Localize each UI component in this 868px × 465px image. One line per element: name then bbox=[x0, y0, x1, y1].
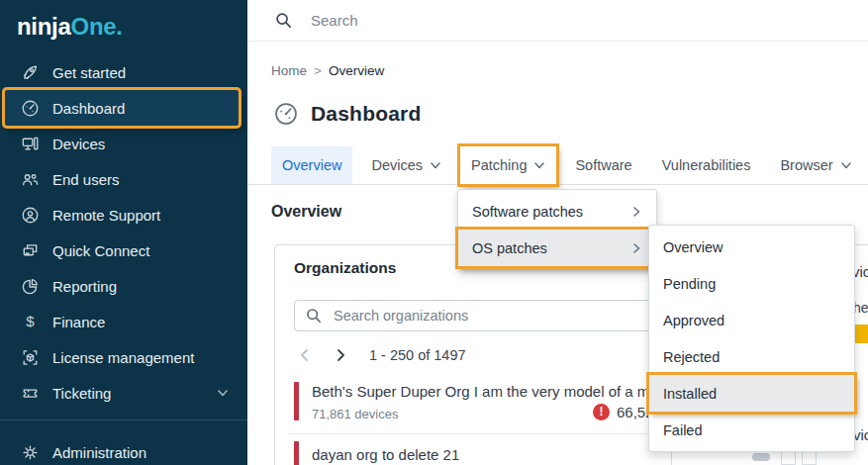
sidebar-item-label: Quick Connect bbox=[52, 242, 149, 259]
organizations-panel: Organizations 1 - 250 of 1497 Beth's Sup… bbox=[274, 244, 672, 465]
submenu-item-approved[interactable]: Approved bbox=[649, 302, 854, 338]
org-row-name[interactable]: dayan org to delete 21 bbox=[312, 446, 459, 463]
sidebar-nav: Get started Dashboard Devices bbox=[0, 54, 247, 411]
organizations-search-input[interactable] bbox=[332, 307, 639, 325]
sidebar-item-dashboard[interactable]: Dashboard bbox=[5, 90, 239, 126]
sidebar-item-quick-connect[interactable]: Quick Connect bbox=[5, 232, 239, 268]
tab-browser[interactable]: Browser bbox=[769, 146, 862, 184]
alert-badge-icon: ! bbox=[593, 404, 610, 420]
tab-label: Devices bbox=[371, 157, 423, 173]
sidebar-item-label: Finance bbox=[52, 314, 105, 330]
reporting-pie-icon bbox=[21, 277, 40, 296]
menu-item-label: Failed bbox=[663, 422, 840, 438]
submenu-item-pending[interactable]: Pending bbox=[649, 265, 854, 302]
organizations-search-box bbox=[294, 300, 651, 331]
menu-item-label: Software patches bbox=[472, 204, 630, 220]
tab-bar: Overview Devices Patching Software Vulne… bbox=[271, 146, 863, 184]
org-row-status-bar bbox=[294, 382, 299, 420]
sidebar-item-label: Remote Support bbox=[52, 207, 160, 224]
breadcrumb-current: Overview bbox=[329, 63, 384, 78]
topbar bbox=[247, 0, 868, 42]
menu-item-os-patches[interactable]: OS patches bbox=[458, 230, 656, 266]
rocket-icon bbox=[21, 63, 40, 82]
submenu-item-overview[interactable]: Overview bbox=[649, 229, 854, 265]
tabs-underline bbox=[247, 184, 868, 185]
chevron-down-icon bbox=[533, 159, 545, 171]
breadcrumb-separator: > bbox=[314, 63, 322, 78]
sidebar-item-administration[interactable]: Administration bbox=[5, 434, 239, 465]
quick-connect-icon bbox=[21, 241, 40, 260]
tab-label: Patching bbox=[471, 157, 527, 173]
pagination-prev-icon[interactable] bbox=[298, 348, 312, 362]
gear-icon bbox=[21, 443, 40, 462]
menu-item-software-patches[interactable]: Software patches bbox=[458, 193, 656, 230]
pagination-next-icon[interactable] bbox=[334, 348, 347, 362]
submenu-item-rejected[interactable]: Rejected bbox=[649, 338, 854, 375]
remote-support-icon bbox=[21, 206, 40, 225]
organizations-title: Organizations bbox=[294, 259, 396, 277]
tab-devices[interactable]: Devices bbox=[360, 146, 452, 184]
ninjaone-dashboard: ninjaOne. Get started Dashb bbox=[0, 0, 868, 465]
chevron-right-icon bbox=[630, 206, 642, 218]
ninjaone-logo: ninjaOne. bbox=[17, 13, 123, 41]
finance-dollar-icon: $ bbox=[21, 313, 40, 331]
sidebar-item-label: End users bbox=[52, 171, 120, 188]
tab-overview[interactable]: Overview bbox=[271, 146, 352, 184]
pagination: 1 - 250 of 1497 bbox=[298, 347, 466, 363]
submenu-item-failed[interactable]: Failed bbox=[649, 412, 854, 448]
sidebar: ninjaOne. Get started Dashb bbox=[0, 0, 247, 465]
sidebar-item-reporting[interactable]: Reporting bbox=[5, 268, 239, 304]
tab-label: Browser bbox=[780, 157, 832, 173]
section-heading: Overview bbox=[271, 203, 341, 221]
org-row-divider bbox=[288, 433, 654, 434]
sidebar-item-get-started[interactable]: Get started bbox=[5, 54, 239, 90]
submenu-item-installed[interactable]: Installed bbox=[649, 375, 854, 412]
global-search-input[interactable] bbox=[309, 11, 629, 30]
sidebar-item-label: Devices bbox=[52, 136, 105, 152]
tab-vulnerabilities[interactable]: Vulnerabilities bbox=[651, 146, 762, 184]
chevron-down-icon bbox=[217, 387, 229, 399]
tab-software[interactable]: Software bbox=[564, 146, 642, 184]
tab-label: Vulnerabilities bbox=[662, 157, 751, 173]
patching-dropdown-menu: Software patches OS patches bbox=[457, 189, 657, 270]
org-row-device-count: 71,861 devices bbox=[312, 407, 398, 421]
search-icon bbox=[275, 12, 292, 29]
sidebar-item-label: Reporting bbox=[52, 278, 117, 295]
breadcrumb: Home > Overview bbox=[271, 63, 384, 78]
search-icon bbox=[306, 308, 322, 324]
sidebar-item-label: Ticketing bbox=[52, 385, 111, 402]
sidebar-item-label: Get started bbox=[52, 64, 126, 81]
logo-text-one: One. bbox=[71, 13, 123, 40]
sidebar-item-label: Dashboard bbox=[52, 100, 125, 117]
pagination-range: 1 - 250 of 1497 bbox=[369, 347, 466, 363]
devices-icon bbox=[21, 135, 40, 153]
breadcrumb-home[interactable]: Home bbox=[271, 63, 307, 78]
sidebar-item-label: License management bbox=[52, 349, 194, 366]
background-text-fragment: vic bbox=[853, 426, 868, 443]
sidebar-item-end-users[interactable]: End users bbox=[5, 161, 239, 197]
org-row-name[interactable]: Beth's Super Duper Org I am the very mod… bbox=[312, 383, 658, 400]
org-row-status-bar bbox=[294, 441, 299, 465]
sidebar-footer: Administration bbox=[0, 434, 247, 465]
logo-text-ninja: ninja bbox=[17, 13, 71, 40]
menu-item-label: Approved bbox=[663, 313, 840, 328]
tab-label: Software bbox=[575, 157, 631, 173]
sidebar-item-finance[interactable]: $ Finance bbox=[5, 304, 239, 339]
sidebar-item-remote-support[interactable]: Remote Support bbox=[5, 197, 239, 232]
sidebar-divider bbox=[0, 419, 247, 420]
sidebar-item-ticketing[interactable]: Ticketing bbox=[5, 375, 239, 411]
sidebar-item-label: Administration bbox=[52, 444, 146, 461]
menu-item-label: Rejected bbox=[663, 349, 840, 365]
page-title-text: Dashboard bbox=[311, 102, 422, 126]
menu-item-label: Installed bbox=[663, 386, 840, 402]
page-title: Dashboard bbox=[273, 101, 422, 127]
chevron-down-icon bbox=[430, 159, 441, 171]
sidebar-item-devices[interactable]: Devices bbox=[5, 126, 239, 161]
tab-label: Overview bbox=[282, 157, 341, 173]
background-scrollbar-fragment bbox=[752, 453, 770, 461]
sidebar-item-license-management[interactable]: License management bbox=[5, 339, 239, 375]
tab-patching[interactable]: Patching bbox=[460, 146, 556, 184]
dashboard-gauge-icon bbox=[21, 99, 40, 118]
chevron-right-icon bbox=[630, 242, 642, 254]
license-cube-icon bbox=[21, 348, 40, 367]
